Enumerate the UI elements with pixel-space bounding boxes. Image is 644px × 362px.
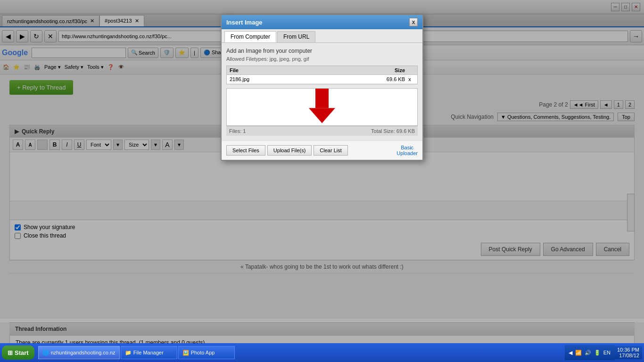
size-col-header: Size bbox=[367, 67, 405, 73]
explorer-icon: 📁 bbox=[125, 350, 132, 356]
modal-overlay: Insert Image x From Computer From URL Ad… bbox=[0, 0, 644, 362]
tray-arrow[interactable]: ◀ bbox=[569, 350, 572, 356]
insert-image-modal: Insert Image x From Computer From URL Ad… bbox=[221, 14, 423, 161]
clock-date: 17/08/12 bbox=[617, 353, 639, 358]
taskbar: ⊞ Start 🌐 nzhuntingandshooting.co.nz 📁 F… bbox=[0, 343, 644, 362]
modal-tabs: From Computer From URL bbox=[222, 29, 422, 43]
battery-icon: 🔋 bbox=[594, 350, 601, 356]
files-count: Files: 1 bbox=[229, 128, 246, 134]
photo-icon: 🖼️ bbox=[182, 350, 189, 356]
file-drop-area[interactable] bbox=[226, 88, 418, 126]
modal-status-bar: Files: 1 Total Size: 69.6 KB bbox=[226, 126, 418, 136]
start-button[interactable]: ⊞ Start bbox=[2, 346, 34, 360]
upload-files-button[interactable]: Upload File(s) bbox=[267, 145, 312, 156]
modal-close-button[interactable]: x bbox=[409, 18, 418, 26]
modal-subtext: Allowed Filetypes: jpg, jpeg, png, gif bbox=[226, 56, 418, 62]
taskbar-item-photos[interactable]: 🖼️ Photo App bbox=[178, 346, 235, 359]
file-name: 2186.jpg bbox=[230, 76, 367, 82]
volume-icon: 🔊 bbox=[585, 350, 591, 356]
network-icon: 📶 bbox=[575, 350, 582, 356]
file-size: 69.6 KB bbox=[367, 76, 405, 82]
file-col-header: File bbox=[230, 67, 367, 73]
file-table-header: File Size bbox=[227, 66, 417, 75]
taskbar-item-browser[interactable]: 🌐 nzhuntingandshooting.co.nz bbox=[38, 346, 120, 359]
clock-time: 10:36 PM bbox=[617, 347, 639, 353]
modal-body: Add an Image from your computer Allowed … bbox=[222, 43, 422, 140]
file-table: File Size 2186.jpg 69.6 KB x bbox=[226, 66, 418, 84]
system-tray: ◀ 📶 🔊 🔋 EN bbox=[565, 345, 614, 360]
windows-logo: ⊞ bbox=[8, 349, 13, 356]
clear-list-button[interactable]: Clear List bbox=[314, 145, 347, 156]
select-files-button[interactable]: Select Files bbox=[226, 145, 265, 156]
modal-footer: Select Files Upload File(s) Clear List B… bbox=[222, 140, 422, 160]
drop-arrow bbox=[309, 88, 335, 123]
taskbar-items: 🌐 nzhuntingandshooting.co.nz 📁 File Mana… bbox=[38, 346, 565, 359]
ime-icon: EN bbox=[603, 350, 611, 355]
basic-uploader-link[interactable]: Basic Uploader bbox=[396, 145, 418, 156]
file-row: 2186.jpg 69.6 KB x bbox=[227, 75, 417, 84]
modal-description: Add an Image from your computer bbox=[226, 48, 418, 54]
ie-icon: 🌐 bbox=[42, 350, 49, 356]
tab-from-url[interactable]: From URL bbox=[277, 31, 315, 42]
taskbar-item-explorer[interactable]: 📁 File Manager bbox=[121, 346, 177, 359]
tab-from-computer[interactable]: From Computer bbox=[224, 31, 276, 42]
total-size: Total Size: 69.6 KB bbox=[371, 128, 415, 134]
modal-title: Insert Image bbox=[226, 19, 263, 26]
modal-titlebar: Insert Image x bbox=[222, 15, 422, 29]
file-delete-btn[interactable]: x bbox=[405, 76, 414, 82]
modal-footer-buttons: Select Files Upload File(s) Clear List bbox=[226, 145, 348, 156]
clock[interactable]: 10:36 PM 17/08/12 bbox=[614, 346, 642, 359]
